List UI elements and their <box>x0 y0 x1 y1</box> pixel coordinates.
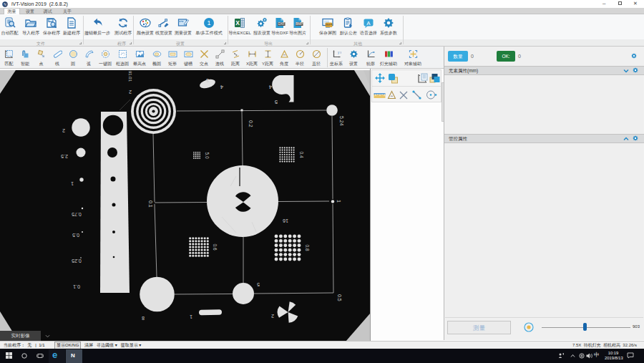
svg-text:5: 5 <box>257 282 260 287</box>
svg-text:X: X <box>235 19 240 26</box>
svg-text:0.8: 0.8 <box>305 244 310 251</box>
svg-text:4: 4 <box>220 84 223 90</box>
svg-text:2: 2 <box>129 89 132 95</box>
svg-text:2.5: 2.5 <box>61 154 68 159</box>
svg-text:1: 1 <box>71 181 74 186</box>
svg-text:5: 5 <box>206 77 209 84</box>
svg-text:1: 1 <box>190 314 192 319</box>
svg-text:A: A <box>366 20 371 26</box>
svg-text:0.4: 0.4 <box>299 151 304 158</box>
svg-text:2: 2 <box>62 128 65 133</box>
svg-text:5.0: 5.0 <box>205 152 210 158</box>
svg-text:91.01: 91.01 <box>128 71 132 82</box>
svg-text:0.6: 0.6 <box>213 243 218 250</box>
svg-text:BMP: BMP <box>296 22 303 26</box>
svg-text:0.5: 0.5 <box>337 294 342 301</box>
svg-text:0.2: 0.2 <box>248 120 253 127</box>
svg-text:5: 5 <box>275 99 278 105</box>
svg-text:DXF: DXF <box>278 22 285 26</box>
svg-text:0.25: 0.25 <box>72 258 82 263</box>
svg-text:y x: y x <box>338 51 341 54</box>
svg-text:1: 1 <box>336 200 341 203</box>
svg-text:4: 4 <box>269 84 272 90</box>
svg-text:2: 2 <box>271 314 274 319</box>
svg-text:0.75: 0.75 <box>72 212 82 217</box>
svg-text:BMP: BMP <box>326 23 332 26</box>
svg-text:0.1: 0.1 <box>148 200 153 208</box>
svg-text:8: 8 <box>142 316 145 321</box>
svg-text:0.5: 0.5 <box>72 233 79 238</box>
svg-text:N: N <box>4 2 6 6</box>
svg-text:1: 1 <box>207 19 210 26</box>
svg-text:0.1: 0.1 <box>73 284 80 289</box>
svg-text:16: 16 <box>283 218 288 223</box>
svg-text:5.24: 5.24 <box>339 116 344 126</box>
